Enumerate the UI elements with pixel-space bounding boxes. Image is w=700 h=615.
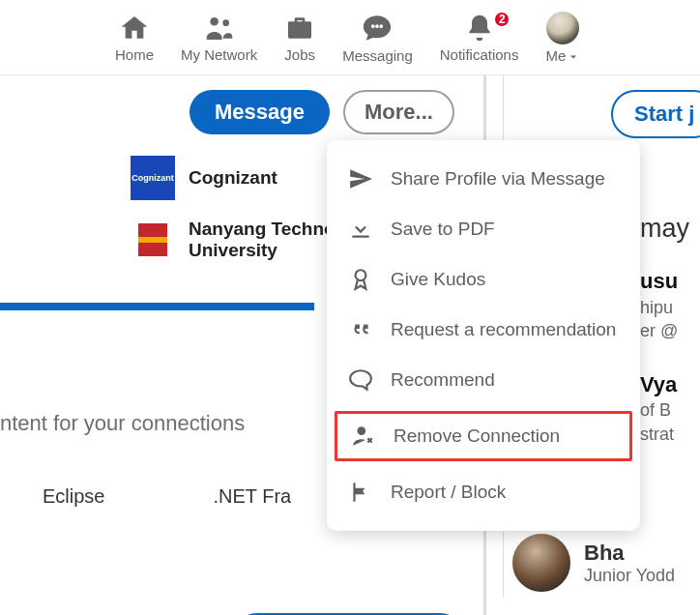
nav-home-label: Home (115, 46, 154, 63)
avatar (510, 532, 572, 594)
message-button[interactable]: Message (190, 90, 330, 134)
nav-notifications[interactable]: 2 Notifications (426, 13, 533, 63)
svg-point-1 (222, 19, 229, 26)
svg-point-6 (358, 426, 366, 435)
company-logo-cognizant: Cognizant (131, 156, 175, 200)
nav-me-label: Me (545, 47, 579, 64)
nav-network-label: My Network (181, 46, 257, 63)
svg-point-0 (210, 17, 219, 26)
suggestion-name: usu (640, 267, 689, 296)
suggestion-sub: er @ (640, 319, 689, 342)
nav-jobs-label: Jobs (284, 46, 315, 63)
suggestion-sub: strat (640, 423, 689, 446)
menu-report-block[interactable]: Report / Block (327, 467, 640, 517)
suggestions-heading: may (640, 211, 689, 246)
award-icon (348, 267, 373, 292)
page-body: Message More... Cognizant Cognizant Nany… (0, 75, 700, 615)
skill-pill[interactable]: .NET Fra (213, 485, 291, 508)
suggestions-column: may usu hipu er @ Vya of B strat (640, 211, 689, 473)
company-logo-ntu (131, 218, 175, 262)
suggestion-sub: hipu (640, 296, 689, 319)
home-icon (119, 13, 150, 44)
suggestion-item[interactable]: Bha Junior Yodd (510, 532, 675, 594)
skills-row: Eclipse .NET Fra (43, 485, 291, 508)
menu-remove-connection[interactable]: Remove Connection (335, 411, 632, 461)
bell-icon (464, 13, 495, 44)
menu-give-kudos[interactable]: Give Kudos (327, 254, 640, 305)
profile-action-row: Message More... (190, 90, 454, 134)
more-button[interactable]: More... (343, 90, 454, 134)
menu-label: Report / Block (391, 482, 506, 503)
suggestion-item[interactable]: usu hipu er @ (640, 267, 689, 342)
avatar (546, 12, 579, 44)
svg-point-5 (356, 270, 366, 280)
svg-rect-4 (138, 243, 167, 256)
menu-label: Share Profile via Message (391, 168, 605, 190)
svg-rect-3 (138, 237, 167, 243)
more-dropdown: Share Profile via Message Save to PDF Gi… (327, 140, 640, 531)
nav-home[interactable]: Home (102, 13, 167, 63)
svg-rect-2 (138, 223, 167, 237)
nav-me[interactable]: Me (532, 12, 593, 64)
menu-label: Recommend (391, 369, 495, 391)
menu-save-pdf[interactable]: Save to PDF (327, 204, 640, 254)
suggestion-sub: Junior Yodd (584, 566, 675, 586)
menu-share-profile[interactable]: Share Profile via Message (327, 154, 640, 204)
chat-icon (361, 12, 394, 44)
top-nav: Home My Network Jobs Messaging 2 Notific… (0, 0, 700, 75)
experience-item[interactable]: Nanyang Techno University (131, 218, 343, 262)
send-icon (348, 166, 373, 191)
notification-badge: 2 (493, 11, 510, 28)
nav-messaging-label: Messaging (342, 47, 413, 64)
menu-label: Give Kudos (391, 269, 485, 290)
flag-icon (348, 480, 373, 505)
speech-icon (348, 367, 373, 393)
briefcase-icon (284, 13, 315, 44)
suggestion-name: Bha (584, 541, 675, 566)
menu-recommend[interactable]: Recommend (327, 355, 640, 405)
experience-item[interactable]: Cognizant Cognizant (131, 156, 343, 200)
skill-pill[interactable]: Eclipse (43, 485, 104, 508)
nav-jobs[interactable]: Jobs (271, 13, 329, 63)
chevron-down-icon (568, 47, 579, 64)
menu-label: Remove Connection (394, 425, 560, 447)
people-icon (204, 13, 235, 44)
section-subtitle: ntent for your connections (0, 411, 245, 436)
nav-notifications-label: Notifications (440, 46, 519, 63)
suggestion-item[interactable]: Vya of B strat (640, 370, 689, 446)
suggestion-name: Vya (640, 370, 689, 399)
company-name: Nanyang Techno University (189, 219, 343, 261)
remove-person-icon (351, 424, 376, 449)
company-name: Cognizant (189, 167, 277, 189)
nav-messaging[interactable]: Messaging (329, 12, 426, 64)
menu-label: Save to PDF (391, 219, 495, 240)
suggestion-sub: of B (640, 398, 689, 422)
separator-bar (0, 303, 314, 310)
nav-network[interactable]: My Network (167, 13, 271, 63)
start-post-button[interactable]: Start j (611, 90, 700, 138)
quote-icon (348, 317, 373, 342)
download-icon (348, 217, 373, 242)
menu-request-recommendation[interactable]: Request a recommendation (327, 305, 640, 355)
experience-list: Cognizant Cognizant Nanyang Techno Unive… (131, 156, 343, 262)
menu-label: Request a recommendation (391, 319, 616, 340)
